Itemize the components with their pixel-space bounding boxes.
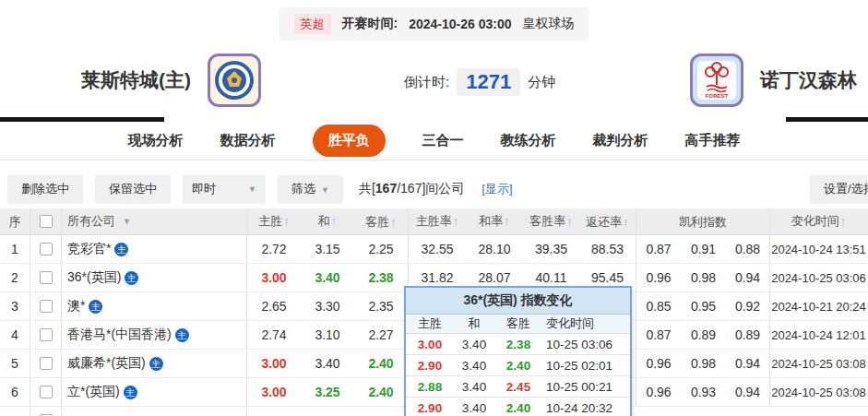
popup-change-time: 10-25 00:21 xyxy=(542,380,628,394)
checkbox-icon xyxy=(40,271,53,284)
row-checkbox[interactable] xyxy=(30,321,62,349)
settings-select-button[interactable]: 设置/选择 xyxy=(810,175,868,204)
popup-draw-odds: 3.40 xyxy=(454,338,494,351)
draw-rate: 28.10 xyxy=(466,242,523,256)
popup-away-odds: 2.40 xyxy=(494,401,542,415)
tab-referee-analysis[interactable]: 裁判分析 xyxy=(593,132,648,149)
col-change-time-label: 变化时间 xyxy=(791,214,839,228)
company-badge-icon: 主 xyxy=(175,328,189,342)
row-checkbox[interactable] xyxy=(30,407,62,416)
col-away-rate[interactable]: 客胜率↑ xyxy=(523,213,579,230)
sort-up-icon: ↑ xyxy=(623,215,629,229)
company-badge-icon: 主 xyxy=(89,300,102,314)
tab-three-in-one[interactable]: 三合一 xyxy=(422,132,464,149)
col-draw-rate-label: 和率 xyxy=(479,214,503,228)
tab-expert-picks[interactable]: 高手推荐 xyxy=(685,132,741,149)
company-cell[interactable]: 香港马*(中国香港)主 xyxy=(62,321,247,349)
popup-col-away: 客胜 xyxy=(494,315,542,332)
draw-odds: 3.40 xyxy=(301,270,354,285)
draw-odds: 3.10 xyxy=(301,327,354,342)
company-count: 共[167/167]间公司 xyxy=(359,181,464,197)
row-seq: 5 xyxy=(0,350,30,377)
home-odds: 2.74 xyxy=(247,327,301,342)
chevron-down-icon: ▼ xyxy=(123,217,131,226)
company-name: 澳* xyxy=(67,298,85,315)
delete-selected-button[interactable]: 删除选中 xyxy=(7,175,83,204)
company-name: 立*(英国) xyxy=(67,384,120,400)
row-checkbox[interactable] xyxy=(30,350,62,377)
col-draw-label: 和 xyxy=(318,214,330,228)
row-checkbox[interactable] xyxy=(30,264,62,291)
col-draw-odds[interactable]: 和↑ xyxy=(301,213,354,230)
company-cell[interactable]: 竞彩官*主 xyxy=(62,235,247,263)
filter-button[interactable]: 筛选▼ xyxy=(278,175,343,204)
col-change-time[interactable]: 变化时间↑ xyxy=(770,213,867,230)
sort-up-icon: ↑ xyxy=(283,214,290,228)
company-cell[interactable]: 立*(英国)主 xyxy=(62,378,247,406)
sort-up-icon: ↑ xyxy=(331,214,338,228)
checkbox-icon xyxy=(40,386,53,398)
show-link[interactable]: [显示] xyxy=(482,181,512,197)
popup-change-time: 10-25 03:06 xyxy=(542,338,628,351)
home-odds: 2.65 xyxy=(247,299,301,314)
company-cell xyxy=(62,407,247,416)
kelly-home: 0.96 xyxy=(636,385,681,399)
kelly-away: 0.94 xyxy=(726,350,770,377)
company-cell[interactable]: 威廉希*(英国)主 xyxy=(62,350,247,377)
tab-live-analysis[interactable]: 现场分析 xyxy=(128,132,184,149)
kelly-draw: 0.91 xyxy=(681,242,726,256)
match-info-bar: 英超 开赛时间: 2024-10-26 03:00 皇权球场 xyxy=(0,0,868,48)
row-seq: 1 xyxy=(0,235,30,263)
kelly-home: 0.87 xyxy=(636,327,681,342)
kelly-home: 0.85 xyxy=(636,299,681,314)
change-time: 2024-10-24 12:01 xyxy=(770,328,867,342)
col-return-rate[interactable]: 返还率↑ xyxy=(579,208,636,234)
kelly-draw: 0.98 xyxy=(681,270,726,285)
change-time: 2024-10-21 20:24 xyxy=(770,300,867,314)
row-checkbox[interactable] xyxy=(30,235,62,263)
draw-odds: 3.30 xyxy=(301,299,354,314)
checkbox-icon xyxy=(40,300,53,313)
kelly-home: 0.96 xyxy=(636,356,681,371)
tab-win-draw-lose[interactable]: 胜平负 xyxy=(313,125,386,157)
col-home-rate[interactable]: 主胜率↑ xyxy=(409,213,466,230)
sort-up-icon: ↑ xyxy=(504,214,510,228)
draw-rate: 28.07 xyxy=(466,270,523,285)
row-seq: 3 xyxy=(0,292,30,320)
change-time: 2024-10-25 03:06 xyxy=(770,271,867,285)
row-checkbox[interactable] xyxy=(30,378,62,406)
select-all-checkbox[interactable] xyxy=(30,208,62,234)
table-toolbar: 删除选中 保留选中 即时▼ 筛选▼ 共[167/167]间公司 [显示] 设置/… xyxy=(0,170,868,208)
keep-selected-button[interactable]: 保留选中 xyxy=(95,175,171,204)
away-odds: 2.40 xyxy=(354,350,409,377)
analysis-tab-bar: 现场分析 数据分析 胜平负 三合一 教练分析 裁判分析 高手推荐 xyxy=(0,122,868,160)
sort-up-icon: ↑ xyxy=(840,214,847,228)
popup-home-odds: 2.88 xyxy=(406,380,454,394)
home-odds: 3.00 xyxy=(247,385,301,399)
col-return-rate-label: 返还率 xyxy=(586,215,622,229)
col-home-odds[interactable]: 主胜↑ xyxy=(247,213,301,230)
popup-draw-odds: 3.40 xyxy=(454,401,494,415)
forest-crest-icon: FOREST xyxy=(696,59,738,101)
tab-data-analysis[interactable]: 数据分析 xyxy=(220,132,276,149)
away-team-name: 诺丁汉森林 xyxy=(760,67,857,93)
instant-odds-select[interactable]: 即时▼ xyxy=(183,175,266,204)
home-odds: 2.72 xyxy=(247,242,301,256)
away-odds: 2.27 xyxy=(354,321,409,349)
col-away-odds[interactable]: 客胜↑ xyxy=(354,208,409,234)
row-checkbox[interactable] xyxy=(30,292,62,320)
popup-change-time: 10-25 02:01 xyxy=(542,359,628,373)
company-cell[interactable]: 澳*主 xyxy=(62,292,247,320)
away-rate: 40.11 xyxy=(523,270,579,285)
away-team: FOREST 诺丁汉森林 xyxy=(690,53,857,107)
tab-coach-analysis[interactable]: 教练分析 xyxy=(501,132,556,149)
col-draw-rate[interactable]: 和率↑ xyxy=(466,213,523,230)
col-company[interactable]: 所有公司▼ xyxy=(62,208,247,234)
kelly-away: 0.89 xyxy=(726,321,770,349)
change-time: 2024-10-25 03:08 xyxy=(770,386,867,399)
company-cell[interactable]: 36*(英国)主 xyxy=(62,264,247,291)
company-name: 竞彩官* xyxy=(67,241,111,257)
sort-up-icon: ↑ xyxy=(566,214,573,228)
odds-table-header: 序 所有公司▼ 主胜↑ 和↑ 客胜↑ 主胜率↑ 和率↑ 客胜率↑ 返还率↑ 凯利… xyxy=(0,208,868,235)
popup-col-draw: 和 xyxy=(454,315,494,332)
